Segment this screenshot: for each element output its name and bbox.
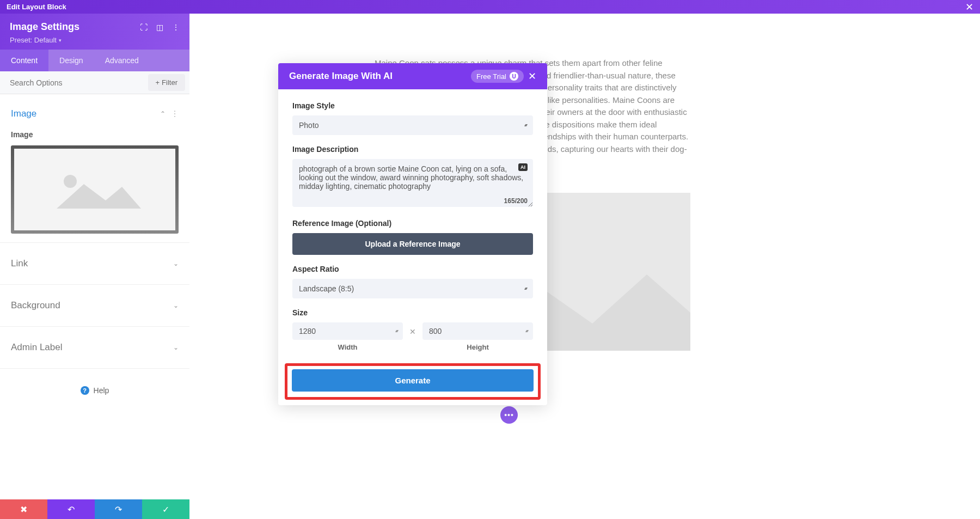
divider	[0, 326, 189, 327]
chevron-down-icon: ⌄	[173, 260, 179, 267]
reference-image-label: Reference Image (Optional)	[292, 219, 533, 228]
ai-image-modal: Generate Image With AI Free Trial U ✕ Im…	[278, 63, 547, 405]
divider	[0, 284, 189, 285]
save-button[interactable]: ✓	[142, 499, 189, 519]
size-label: Size	[292, 308, 533, 317]
size-row: Width ✕ Height	[292, 322, 533, 351]
modal-title: Generate Image With AI	[289, 71, 393, 82]
close-icon[interactable]: ✕	[965, 1, 973, 13]
width-input[interactable]	[292, 322, 403, 340]
top-bar: Edit Layout Block ✕	[0, 0, 980, 14]
tab-design[interactable]: Design	[48, 50, 94, 71]
chevron-down-icon: ⌄	[173, 344, 179, 351]
tab-content[interactable]: Content	[0, 50, 48, 71]
tab-advanced[interactable]: Advanced	[94, 50, 150, 71]
image-description-label: Image Description	[292, 145, 533, 154]
divider	[0, 242, 189, 243]
bottom-actions: ✖ ↶ ↷ ✓	[0, 499, 189, 519]
columns-icon[interactable]: ◫	[156, 23, 163, 32]
section-admin-label[interactable]: Admin Label ⌄	[11, 335, 179, 359]
preset-dropdown[interactable]: Preset: Default	[10, 36, 180, 44]
search-input[interactable]	[0, 73, 144, 93]
cancel-button[interactable]: ✖	[0, 499, 47, 519]
chevron-down-icon: ⌄	[173, 302, 179, 309]
sidebar-header: Image Settings ⛶ ◫ ⋮ Preset: Default	[0, 14, 189, 50]
filter-button[interactable]: +Filter	[148, 74, 185, 91]
sidebar-header-icons: ⛶ ◫ ⋮	[140, 23, 180, 32]
aspect-ratio-label: Aspect Ratio	[292, 265, 533, 273]
image-style-label: Image Style	[292, 101, 533, 110]
help-link[interactable]: ? Help	[11, 377, 179, 404]
generate-highlight: Generate	[285, 363, 541, 400]
more-icon[interactable]: ⋮	[172, 23, 180, 32]
section-link[interactable]: Link ⌄	[11, 252, 179, 276]
free-trial-badge[interactable]: Free Trial U	[471, 70, 524, 83]
image-preview[interactable]	[11, 145, 179, 234]
width-label: Width	[292, 343, 403, 351]
multiply-icon: ✕	[409, 327, 416, 347]
aspect-ratio-select[interactable]: Landscape (8:5)	[292, 279, 533, 298]
expand-icon[interactable]: ⛶	[140, 23, 148, 32]
ai-badge-icon[interactable]: AI	[518, 163, 528, 171]
sidebar: Image Settings ⛶ ◫ ⋮ Preset: Default Con…	[0, 14, 189, 519]
top-bar-title: Edit Layout Block	[7, 3, 66, 11]
image-description-textarea[interactable]: photograph of a brown sortie Maine Coon …	[292, 159, 533, 207]
height-input[interactable]	[422, 322, 533, 340]
section-background[interactable]: Background ⌄	[11, 294, 179, 317]
char-count: 165/200	[504, 197, 528, 205]
generate-button[interactable]: Generate	[292, 369, 534, 392]
redo-button[interactable]: ↷	[95, 499, 142, 519]
image-placeholder-icon	[46, 162, 144, 217]
divider	[0, 368, 189, 369]
sidebar-body: Image ⌃⋯ Image Link ⌄ Background ⌄ Adm	[0, 94, 189, 519]
sidebar-title: Image Settings	[10, 21, 79, 33]
search-filter-row: +Filter	[0, 71, 189, 94]
image-style-select[interactable]: Photo	[292, 115, 533, 135]
settings-tabs: Content Design Advanced	[0, 50, 189, 71]
chevron-up-icon: ⌃	[160, 110, 166, 118]
image-field-label: Image	[11, 130, 179, 139]
modal-body: Image Style Photo Image Description phot…	[278, 89, 547, 405]
more-vertical-icon: ⋯	[170, 110, 179, 118]
section-image[interactable]: Image ⌃⋯	[11, 102, 179, 126]
undo-button[interactable]: ↶	[47, 499, 95, 519]
upgrade-badge: U	[510, 72, 518, 81]
modal-header: Generate Image With AI Free Trial U ✕	[278, 63, 547, 89]
svg-point-1	[64, 175, 77, 188]
height-label: Height	[422, 343, 533, 351]
floating-action-button[interactable]: •••	[500, 406, 518, 424]
help-icon: ?	[81, 386, 89, 395]
modal-close-icon[interactable]: ✕	[528, 70, 536, 82]
upload-reference-button[interactable]: Upload a Reference Image	[292, 233, 533, 255]
